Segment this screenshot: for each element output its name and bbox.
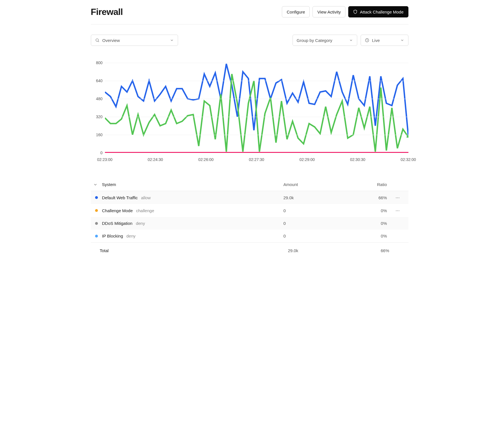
expand-icon[interactable] — [93, 182, 100, 187]
more-icon[interactable]: ⋯ — [389, 195, 406, 200]
row-amount: 0 — [284, 234, 340, 238]
legend-dot — [95, 209, 98, 212]
shield-icon — [353, 10, 358, 14]
table-footer: Total 29.0k 66% — [91, 242, 408, 255]
y-axis: 0160320480640800 — [91, 63, 105, 164]
grid-line — [105, 81, 408, 81]
x-tick: 02:30:30 — [350, 157, 365, 162]
legend-dot — [95, 235, 98, 238]
view-select-label: Overview — [102, 38, 120, 43]
row-amount: 0 — [284, 208, 340, 213]
x-tick: 02:27:30 — [249, 157, 264, 162]
series-end-dot — [406, 136, 408, 138]
table-row: DDoS Mitigationdeny00% — [91, 217, 408, 230]
view-select[interactable]: Overview — [91, 35, 178, 46]
time-select[interactable]: Live — [361, 35, 408, 46]
page-title: Firewall — [91, 7, 123, 17]
view-activity-label: View Activity — [317, 10, 341, 14]
y-tick: 320 — [96, 115, 102, 119]
row-ratio: 0% — [342, 234, 387, 238]
x-tick: 02:29:00 — [300, 157, 315, 162]
grid-line — [105, 153, 408, 153]
svg-point-0 — [96, 39, 98, 41]
total-ratio: 66% — [344, 248, 389, 253]
search-icon — [95, 38, 100, 42]
clock-icon — [365, 38, 369, 42]
chart-svg — [105, 63, 408, 153]
controls: Overview Group by Category — [91, 24, 408, 46]
plot-area: 02:23:0002:24:3002:26:0002:27:3002:29:00… — [105, 63, 408, 164]
group-select-label: Group by Category — [297, 38, 332, 43]
y-tick: 640 — [96, 79, 102, 83]
y-tick: 800 — [96, 61, 102, 65]
attack-challenge-button[interactable]: Attack Challenge Mode — [348, 6, 408, 17]
row-name: Challenge Modechallenge — [102, 208, 281, 213]
table-row: Challenge Modechallenge00%⋯ — [91, 204, 408, 217]
chart: 0160320480640800 02:23:0002:24:3002:26:0… — [91, 63, 408, 164]
header: Firewall Configure View Activity Attack … — [91, 0, 408, 24]
table-row: IP Blockingdeny00% — [91, 230, 408, 242]
legend-dot — [95, 196, 98, 199]
x-tick: 02:32:00 — [401, 157, 416, 162]
total-amount: 29.0k — [288, 248, 344, 253]
row-ratio: 66% — [342, 195, 387, 200]
more-icon[interactable]: ⋯ — [389, 208, 406, 213]
col-system: System — [102, 182, 281, 187]
grid-line — [105, 63, 408, 63]
row-amount: 29.0k — [284, 195, 340, 200]
y-tick: 0 — [100, 151, 103, 155]
y-tick: 480 — [96, 97, 102, 101]
x-axis: 02:23:0002:24:3002:26:0002:27:3002:29:00… — [105, 156, 408, 164]
row-name: Default Web Trafficallow — [102, 195, 281, 200]
chevron-down-icon — [170, 38, 174, 42]
header-actions: Configure View Activity Attack Challenge… — [282, 6, 408, 17]
legend-dot — [95, 222, 98, 225]
category-table: System Amount Ratio Default Web Traffica… — [91, 178, 408, 255]
grid-line — [105, 135, 408, 135]
chevron-down-icon — [400, 38, 404, 42]
attack-challenge-label: Attack Challenge Mode — [360, 10, 403, 14]
col-amount: Amount — [284, 182, 340, 187]
view-activity-button[interactable]: View Activity — [313, 6, 345, 17]
total-label: Total — [100, 248, 288, 253]
configure-label: Configure — [287, 10, 305, 14]
table-body: Default Web Trafficallow29.0k66%⋯Challen… — [91, 191, 408, 242]
series-line — [105, 64, 408, 137]
chevron-down-icon — [349, 38, 353, 42]
row-name: DDoS Mitigationdeny — [102, 221, 281, 226]
row-amount: 0 — [284, 221, 340, 226]
x-tick: 02:23:00 — [97, 157, 113, 162]
col-ratio: Ratio — [342, 182, 387, 187]
row-ratio: 0% — [342, 221, 387, 226]
group-select[interactable]: Group by Category — [293, 35, 357, 46]
table-row: Default Web Trafficallow29.0k66%⋯ — [91, 191, 408, 204]
x-tick: 02:24:30 — [148, 157, 163, 162]
grid-line — [105, 99, 408, 99]
table-header: System Amount Ratio — [91, 178, 408, 191]
x-tick: 02:26:00 — [198, 157, 214, 162]
y-tick: 160 — [96, 133, 102, 137]
row-name: IP Blockingdeny — [102, 234, 281, 238]
row-ratio: 0% — [342, 208, 387, 213]
configure-button[interactable]: Configure — [282, 6, 310, 17]
time-select-label: Live — [372, 38, 380, 43]
grid-line — [105, 117, 408, 117]
